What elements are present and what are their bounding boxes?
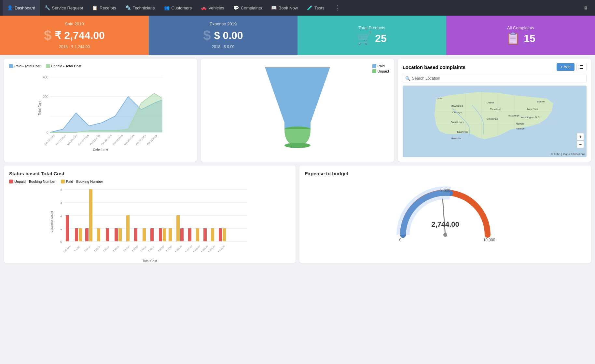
unpaid-booking-label: Unpaid - Booking Number <box>14 180 56 183</box>
svg-text:Mar 09,2017: Mar 09,2017 <box>66 134 78 145</box>
nav-service-request[interactable]: 🔧 Service Request <box>40 0 88 16</box>
svg-text:₹ 275.00: ₹ 275.00 <box>193 245 201 253</box>
svg-rect-63 <box>106 228 109 241</box>
line-chart-legend: Paid - Total Cost Unpaid - Total Cost <box>9 64 192 68</box>
gauge-svg: 2,744.00 0 10,000 3,000 <box>393 180 497 251</box>
nav-complaints[interactable]: 💬 Complaints <box>229 0 267 16</box>
svg-rect-70 <box>159 228 162 241</box>
location-actions: + Add ☰ <box>557 63 587 71</box>
complaints-value: 15 <box>524 33 535 45</box>
nav-technicians-label: Technicians <box>133 6 155 10</box>
expense-sub: 2018 : $ 0.00 <box>212 45 234 49</box>
svg-text:₹ 30.00: ₹ 30.00 <box>112 245 119 252</box>
funnel-paid-label: Paid <box>378 64 385 68</box>
nav-receipts[interactable]: 📋 Receipts <box>88 0 121 16</box>
nav-complaints-label: Complaints <box>241 6 262 10</box>
nav-tests-label: Tests <box>314 6 324 10</box>
zoom-out-button[interactable]: − <box>577 141 584 148</box>
funnel-paid-dot <box>372 64 376 68</box>
expense-budget-card: Expense to budget 2,744.00 0 10,0 <box>299 166 591 263</box>
svg-text:Norfolk: Norfolk <box>516 122 524 125</box>
status-chart-card: Status based Total Cost Unpaid - Booking… <box>4 166 296 263</box>
nav-vehicles[interactable]: 🚗 Vehicles <box>196 0 228 16</box>
svg-rect-74 <box>180 228 184 241</box>
svg-text:4: 4 <box>60 188 62 191</box>
expense-title: Expense 2019 <box>210 21 237 26</box>
nav-more-button[interactable]: ⋮ <box>330 0 345 16</box>
products-card: Total Products 🛒 25 <box>298 16 446 55</box>
svg-text:10,000: 10,000 <box>483 238 495 242</box>
map-svg: polis Milwaukee Detroit Boston Chicago C… <box>403 86 587 157</box>
svg-rect-66 <box>126 215 130 241</box>
svg-text:₹ 540.00: ₹ 540.00 <box>217 245 225 253</box>
svg-rect-77 <box>203 228 207 241</box>
nav-technicians[interactable]: 🔩 Technicians <box>121 0 159 16</box>
svg-rect-65 <box>118 228 122 241</box>
svg-rect-76 <box>196 228 199 241</box>
more-icon: ⋮ <box>335 4 340 11</box>
nav-customers-label: Customers <box>172 6 192 10</box>
svg-rect-60 <box>85 228 89 241</box>
line-chart-card: Paid - Total Cost Unpaid - Total Cost 40… <box>4 59 197 162</box>
svg-text:0: 0 <box>60 240 62 243</box>
location-add-button[interactable]: + Add <box>557 63 574 71</box>
svg-rect-58 <box>75 228 78 241</box>
svg-rect-67 <box>134 228 137 241</box>
nav-right-icon[interactable]: 🖥 <box>579 0 592 16</box>
nav-book-label: Book Now <box>279 6 298 10</box>
expense-budget-title: Expense to budget <box>305 171 586 176</box>
svg-text:Cincinnati: Cincinnati <box>486 117 498 120</box>
location-search: 🔍 <box>403 74 587 83</box>
bar-chart-wrap: 4 3 2 1 0 <box>9 186 290 258</box>
svg-text:Feb 22,2017: Feb 22,2017 <box>55 134 67 145</box>
location-search-input[interactable] <box>403 74 587 83</box>
location-menu-button[interactable]: ☰ <box>576 63 587 71</box>
svg-text:Nashville: Nashville <box>457 130 468 133</box>
nav-tests[interactable]: 🧪 Tests <box>302 0 329 16</box>
svg-text:Apr 10,2018: Apr 10,2018 <box>135 134 146 145</box>
svg-text:Feb 09,2018: Feb 09,2018 <box>78 134 90 145</box>
dashboard-icon: 👤 <box>7 5 13 10</box>
paid-cost-label: Paid - Total Cost <box>14 64 41 68</box>
sale-icon: $ <box>44 28 51 43</box>
svg-text:₹ 300.00: ₹ 300.00 <box>201 245 208 253</box>
svg-text:Washington D.C.: Washington D.C. <box>520 116 540 119</box>
funnel-svg <box>258 64 337 149</box>
status-chart-title: Status based Total Cost <box>9 171 290 176</box>
funnel-legend: Paid Unpaid <box>372 64 389 73</box>
unpaid-cost-dot <box>46 64 50 68</box>
location-card: Location based complaints + Add ☰ 🔍 <box>398 59 591 162</box>
expense-card: Expense 2019 $ $ 0.00 2018 : $ 0.00 <box>149 16 298 55</box>
complaints-card: All Complaints 📋 15 <box>446 16 595 55</box>
nav-booknow[interactable]: 📖 Book Now <box>267 0 302 16</box>
svg-point-23 <box>284 143 311 148</box>
nav-dashboard[interactable]: 👤 Dashboard <box>3 0 40 16</box>
technicians-icon: 🔩 <box>125 5 131 10</box>
svg-text:Customer Count: Customer Count <box>50 211 53 233</box>
svg-text:2,744.00: 2,744.00 <box>431 220 459 228</box>
svg-text:Saint Louis: Saint Louis <box>450 121 464 124</box>
line-chart-svg: 400 200 0 Jan 12,2017 Feb 22,2017 Mar 09… <box>9 71 192 145</box>
svg-text:Apr 18,2018: Apr 18,2018 <box>146 134 158 145</box>
charts-bottom-row: Status based Total Cost Unpaid - Booking… <box>4 166 591 263</box>
svg-text:0: 0 <box>399 238 402 242</box>
funnel-chart-card: Paid Unpaid <box>201 59 394 162</box>
tests-icon: 🧪 <box>307 5 312 10</box>
funnel-unpaid-legend: Unpaid <box>372 69 389 73</box>
sale-title: Sale 2019 <box>65 21 84 26</box>
nav-customers[interactable]: 👥 Customers <box>159 0 197 16</box>
svg-text:Memphis: Memphis <box>450 137 461 140</box>
svg-text:₹ 66.00: ₹ 66.00 <box>157 245 164 252</box>
svg-rect-80 <box>223 228 226 241</box>
svg-text:Feb 22,2018: Feb 22,2018 <box>101 134 112 145</box>
paid-booking-dot <box>61 180 65 183</box>
svg-text:Cleveland: Cleveland <box>490 108 501 111</box>
paid-booking-label: Paid - Booking Number <box>66 180 103 183</box>
svg-text:₹ 45.00: ₹ 45.00 <box>131 245 138 252</box>
svg-text:3: 3 <box>60 201 62 204</box>
svg-point-101 <box>443 233 447 237</box>
complaints-title: All Complaints <box>507 25 534 30</box>
svg-text:Total Cost: Total Cost <box>38 101 42 115</box>
svg-text:Raleigh: Raleigh <box>516 127 524 130</box>
zoom-in-button[interactable]: + <box>577 133 584 140</box>
